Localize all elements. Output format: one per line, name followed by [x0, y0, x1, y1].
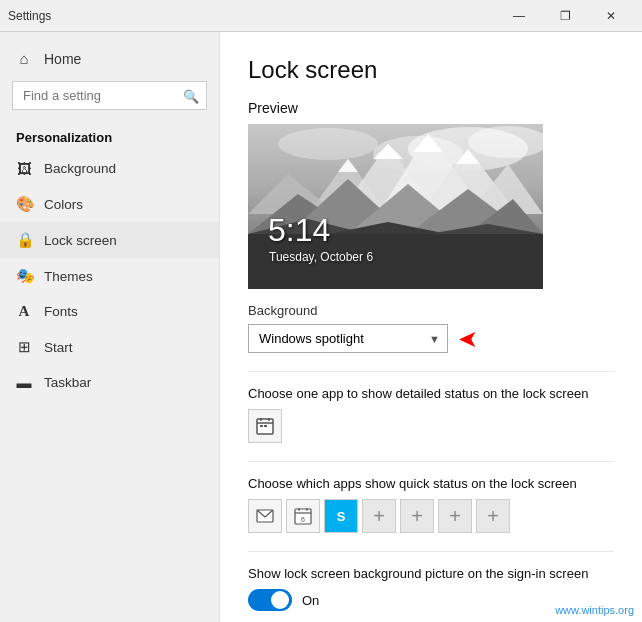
svg-rect-28: [260, 425, 263, 427]
calendar-quick-icon[interactable]: 6: [286, 499, 320, 533]
lock-screen-preview: 5:14 Tuesday, October 6: [248, 124, 543, 289]
background-dropdown[interactable]: Windows spotlight Picture Slideshow: [248, 324, 448, 353]
home-icon: ⌂: [16, 50, 32, 67]
sidebar: ⌂ Home 🔍 Personalization 🖼 Background 🎨 …: [0, 32, 220, 622]
red-arrow-annotation: ➤: [458, 325, 478, 353]
sidebar-item-label: Background: [44, 161, 116, 176]
preview-time: 5:14: [268, 212, 330, 249]
calendar-app-icon[interactable]: [248, 409, 282, 443]
quick-status-section: Choose which apps show quick status on t…: [248, 476, 614, 533]
themes-icon: 🎭: [16, 267, 32, 285]
app-body: ⌂ Home 🔍 Personalization 🖼 Background 🎨 …: [0, 32, 642, 622]
title-bar: Settings — ❐ ✕: [0, 0, 642, 32]
sidebar-item-label: Fonts: [44, 304, 78, 319]
sidebar-item-label: Taskbar: [44, 375, 91, 390]
search-input[interactable]: [12, 81, 207, 110]
sidebar-item-lock-screen[interactable]: 🔒 Lock screen: [0, 222, 219, 258]
mail-app-icon[interactable]: [248, 499, 282, 533]
add-app-1[interactable]: +: [362, 499, 396, 533]
divider-1: [248, 371, 614, 372]
quick-status-label: Choose which apps show quick status on t…: [248, 476, 614, 491]
sidebar-item-label: Colors: [44, 197, 83, 212]
watermark: www.wintips.org: [555, 604, 634, 616]
toggle-knob: [271, 591, 289, 609]
background-icon: 🖼: [16, 160, 32, 177]
window-controls: — ❐ ✕: [496, 0, 634, 32]
minimize-button[interactable]: —: [496, 0, 542, 32]
preview-label: Preview: [248, 100, 614, 116]
main-content: Lock screen Preview: [220, 32, 642, 622]
search-icon: 🔍: [183, 88, 199, 103]
toggle-state-label: On: [302, 593, 319, 608]
skype-app-icon[interactable]: S: [324, 499, 358, 533]
maximize-button[interactable]: ❐: [542, 0, 588, 32]
background-label: Background: [248, 303, 614, 318]
svg-point-4: [278, 128, 378, 160]
add-app-4[interactable]: +: [476, 499, 510, 533]
add-app-3[interactable]: +: [438, 499, 472, 533]
sidebar-section-label: Personalization: [0, 122, 219, 151]
lock-icon: 🔒: [16, 231, 32, 249]
detailed-status-apps: [248, 409, 614, 443]
colors-icon: 🎨: [16, 195, 32, 213]
sidebar-home-label: Home: [44, 51, 81, 67]
window-title: Settings: [8, 9, 51, 23]
detailed-status-section: Choose one app to show detailed status o…: [248, 386, 614, 443]
background-dropdown-wrapper: Windows spotlight Picture Slideshow ▼: [248, 324, 448, 353]
fonts-icon: A: [16, 303, 32, 320]
sign-in-toggle[interactable]: [248, 589, 292, 611]
sidebar-search-container: 🔍: [12, 81, 207, 110]
background-section: Background Windows spotlight Picture Sli…: [248, 303, 614, 353]
sign-in-label: Show lock screen background picture on t…: [248, 566, 614, 581]
sidebar-item-fonts[interactable]: A Fonts: [0, 294, 219, 329]
sidebar-item-background[interactable]: 🖼 Background: [0, 151, 219, 186]
divider-2: [248, 461, 614, 462]
svg-text:6: 6: [301, 516, 305, 523]
detailed-status-label: Choose one app to show detailed status o…: [248, 386, 614, 401]
sidebar-item-taskbar[interactable]: ▬ Taskbar: [0, 365, 219, 400]
divider-3: [248, 551, 614, 552]
taskbar-icon: ▬: [16, 374, 32, 391]
sidebar-item-start[interactable]: ⊞ Start: [0, 329, 219, 365]
quick-status-apps: 6 S + + + +: [248, 499, 614, 533]
sidebar-item-themes[interactable]: 🎭 Themes: [0, 258, 219, 294]
sidebar-item-label: Themes: [44, 269, 93, 284]
start-icon: ⊞: [16, 338, 32, 356]
svg-rect-29: [264, 425, 267, 427]
mountain-svg: [248, 124, 543, 289]
sidebar-item-label: Start: [44, 340, 73, 355]
add-app-2[interactable]: +: [400, 499, 434, 533]
sidebar-item-label: Lock screen: [44, 233, 117, 248]
page-title: Lock screen: [248, 56, 614, 84]
sidebar-home[interactable]: ⌂ Home: [0, 40, 219, 77]
sidebar-item-colors[interactable]: 🎨 Colors: [0, 186, 219, 222]
close-button[interactable]: ✕: [588, 0, 634, 32]
preview-date: Tuesday, October 6: [269, 250, 373, 264]
